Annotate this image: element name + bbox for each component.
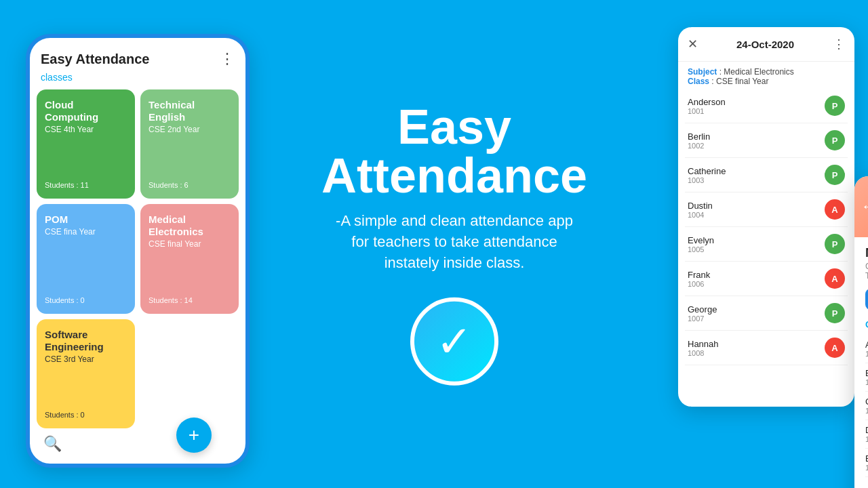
att-student-row: Evelyn 1005 P: [685, 227, 848, 262]
class-card-students: Students : 0: [45, 296, 127, 304]
att-student-id: 1006: [688, 280, 710, 288]
classes-grid: Cloud Computing CSE 4th Year Students : …: [30, 89, 245, 428]
class-card-year: CSE fina Year: [45, 227, 127, 237]
center-section: Easy Attendance -A simple and clean atte…: [264, 102, 644, 386]
att-student-id: 1004: [688, 211, 713, 219]
class-card-year: CSE 3rd Year: [45, 354, 127, 364]
total-students: Total Students : 14: [865, 271, 868, 281]
app-title: Easy Attendance: [41, 52, 149, 67]
attendance-header: ✕ 24-Oct-2020 ⋮: [678, 27, 854, 62]
class-card-cloud-computing[interactable]: Cloud Computing CSE 4th Year Students : …: [37, 89, 135, 199]
att-student-row: Frank 1006 A: [685, 262, 848, 296]
qa-student-name: Evangeline: [865, 453, 868, 464]
att-status-badge[interactable]: P: [825, 165, 845, 185]
att-student-row: Catherine 1003 P: [685, 158, 848, 192]
class-card-name: POM: [45, 214, 127, 226]
action-buttons: Add Students Reports: [865, 289, 868, 310]
att-status-badge[interactable]: P: [825, 234, 845, 254]
class-card-name: Technical English: [149, 99, 231, 123]
search-icon[interactable]: 🔍: [43, 435, 62, 453]
class-year: CSE final Year: [865, 262, 868, 271]
quick-attendance-list: Anderson 1001 P A Berlin 1002 P: [865, 335, 868, 477]
att-student-name: Hannah: [688, 339, 719, 349]
class-card-name: Cloud Computing: [45, 99, 127, 123]
att-student-id: 1008: [688, 349, 719, 357]
att-student-row: George 1007 P: [685, 296, 848, 331]
att-student-name: George: [688, 304, 717, 314]
class-label: Class: [688, 77, 709, 86]
class-detail-body: Medical Electronics CSE final Year Total…: [854, 237, 868, 488]
att-student-id: 1005: [688, 245, 714, 253]
class-card-students: Students : 14: [149, 296, 231, 304]
checkmark-icon: ✓: [436, 320, 473, 363]
quick-attendance-label: Quick Attendance:: [865, 319, 868, 329]
att-student-name: Catherine: [688, 166, 726, 176]
class-card-students: Students : 0: [45, 411, 127, 419]
class-card-medical-electronics[interactable]: Medical Electronics CSE final Year Stude…: [140, 204, 239, 313]
checkmark-circle: ✓: [410, 298, 498, 386]
att-student-id: 1007: [688, 314, 717, 323]
qa-student-id: 1001: [865, 350, 868, 358]
att-status-badge[interactable]: A: [825, 338, 845, 358]
center-subtitle: -A simple and clean attendance appfor te…: [264, 211, 644, 273]
more-icon[interactable]: ⋮: [833, 37, 845, 52]
class-card-name: Medical Electronics: [149, 214, 231, 238]
class-card-name: Software Engineering: [45, 329, 127, 353]
class-card-year: CSE 2nd Year: [149, 125, 231, 134]
qa-student-id: 1003: [865, 407, 868, 415]
att-status-badge[interactable]: A: [825, 268, 845, 289]
att-status-badge[interactable]: P: [825, 130, 845, 150]
class-value: CSE final Year: [716, 77, 768, 86]
class-detail-panel: ← ✂ ⋮ Medical Electronics CSE final Year…: [854, 176, 868, 488]
qa-student-name: Dustin: [865, 425, 868, 435]
phone-left-header: Easy Attendance ⋮: [30, 38, 245, 70]
phone-left: Easy Attendance ⋮ classes Cloud Computin…: [26, 34, 250, 468]
att-status-badge[interactable]: P: [825, 303, 845, 323]
student-list: Anderson 1001 P Berlin 1002 P Catherine …: [678, 89, 854, 407]
class-card-software-engineering[interactable]: Software Engineering CSE 3rd Year Studen…: [37, 319, 135, 428]
class-card-students: Students : 11: [45, 181, 127, 189]
qa-student-name: Berlin: [865, 368, 868, 378]
att-student-name: Evelyn: [688, 235, 714, 245]
class-card-year: CSE 4th Year: [45, 125, 127, 134]
class-card-technical-english[interactable]: Technical English CSE 2nd Year Students …: [140, 89, 239, 199]
att-student-name: Frank: [688, 270, 710, 280]
class-card-students: Students : 6: [149, 181, 231, 189]
subject-label: Subject: [688, 67, 717, 77]
att-student-row: Berlin 1002 P: [685, 123, 848, 158]
phone-footer: 🔍 +: [30, 428, 245, 464]
attendance-panel: ✕ 24-Oct-2020 ⋮ Subject : Medical Electr…: [678, 27, 854, 407]
att-student-id: 1001: [688, 107, 726, 115]
att-student-name: Berlin: [688, 131, 710, 142]
add-class-button[interactable]: +: [176, 418, 212, 453]
attendance-date: 24-Oct-2020: [736, 39, 794, 50]
qa-student-row: Anderson 1001 P A: [865, 335, 868, 363]
qa-student-row: Evangeline 1005 P A: [865, 449, 868, 477]
att-student-row: Anderson 1001 P: [685, 89, 848, 123]
subject-info: Subject : Medical Electronics Class : CS…: [678, 62, 854, 89]
qa-student-name: Catherine: [865, 396, 868, 407]
qa-student-id: 1002: [865, 378, 868, 386]
att-student-row: Hannah 1008 A: [685, 331, 848, 365]
att-student-id: 1002: [688, 142, 710, 150]
menu-icon[interactable]: ⋮: [220, 50, 235, 68]
qa-student-name: Anderson: [865, 340, 868, 350]
att-student-name: Dustin: [688, 201, 713, 211]
qa-student-row: Dustin 1004 P A: [865, 420, 868, 449]
center-title: Easy Attendance: [264, 102, 644, 200]
att-status-badge[interactable]: P: [825, 96, 845, 116]
att-student-name: Anderson: [688, 97, 726, 107]
class-card-pom[interactable]: POM CSE fina Year Students : 0: [37, 204, 135, 313]
att-status-badge[interactable]: A: [825, 199, 845, 220]
class-card-year: CSE final Year: [149, 239, 231, 249]
back-icon[interactable]: ←: [861, 198, 868, 216]
qa-student-row: Berlin 1002 P A: [865, 363, 868, 392]
att-student-row: Dustin 1004 A: [685, 192, 848, 227]
qa-student-id: 1004: [865, 435, 868, 443]
class-name: Medical Electronics: [865, 245, 868, 260]
add-students-button[interactable]: Add Students: [865, 289, 868, 310]
close-icon[interactable]: ✕: [688, 37, 698, 52]
subject-value: Medical Electronics: [724, 67, 793, 77]
classes-label: classes: [30, 70, 245, 89]
class-detail-header: ← ✂ ⋮: [854, 176, 868, 237]
